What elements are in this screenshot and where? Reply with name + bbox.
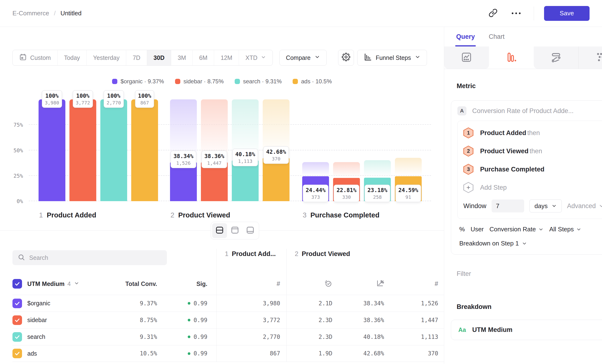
chevron-down-icon (599, 203, 602, 209)
window-unit-select[interactable]: days (529, 200, 562, 212)
query-step-1[interactable]: 1 Product Added then (463, 124, 602, 142)
link-icon (488, 8, 498, 18)
range-button-30d[interactable]: 30D (147, 50, 171, 65)
step-axis-label-1: 1Product Added (39, 211, 96, 219)
bar-pct-label: 40.18% (235, 151, 255, 158)
chevron-down-icon (261, 54, 266, 61)
compare-label: Compare (286, 54, 311, 61)
funnel-bar-search-step2[interactable] (232, 160, 259, 201)
row-checkbox[interactable] (12, 299, 22, 308)
row-checkbox[interactable] (12, 349, 22, 358)
measure-scope-dropdown[interactable]: All Steps (549, 225, 582, 233)
legend-item-organic[interactable]: $organic · 9.37% (112, 78, 164, 85)
more-menu-button[interactable] (509, 7, 523, 20)
group-column-name[interactable]: UTM Medium (27, 280, 65, 287)
row-step2-time: 1.9D (286, 345, 338, 362)
search-input[interactable] (29, 254, 162, 261)
query-step-2[interactable]: 2 Product Viewed then (463, 142, 602, 160)
breakdown-on-step-label: Breakdown on Step 1 (459, 240, 519, 247)
select-all-checkbox[interactable] (12, 279, 22, 289)
filter-label: Filter (457, 270, 471, 278)
funnel-bar-ads-step1[interactable] (131, 99, 158, 201)
bar-value-label: 100%2,770 (104, 90, 124, 108)
legend-label: $organic · 9.37% (120, 78, 164, 85)
funnel-steps-icon (364, 53, 372, 63)
breadcrumb-workspace[interactable]: E-Commerce (12, 10, 49, 17)
chart-type-tab-flow-paths[interactable] (534, 46, 579, 69)
measure-metric-dropdown[interactable]: Conversion Rate (489, 225, 544, 233)
add-filter-button[interactable] (601, 268, 602, 279)
sig-column-header: Sig. (157, 273, 216, 295)
conversion-window-row: Window days Advanced (463, 197, 602, 216)
range-button-xtd[interactable]: XTD (239, 50, 272, 65)
funnel-bars-icon (506, 52, 517, 64)
range-button-yesterday[interactable]: Yesterday (86, 50, 126, 65)
step-number: 3 (303, 211, 307, 219)
breadcrumb-title[interactable]: Untitled (60, 10, 81, 17)
query-step-3[interactable]: 3 Purchase Completed (463, 160, 602, 178)
range-button-6m[interactable]: 6M (193, 50, 214, 65)
tab-chart[interactable]: Chart (489, 27, 505, 46)
range-button-7d[interactable]: 7D (126, 50, 147, 65)
view-toggle-3[interactable] (243, 223, 258, 238)
legend-swatch-icon (112, 79, 117, 84)
tab-query[interactable]: Query (456, 27, 475, 46)
bar-pct-label: 38.36% (204, 152, 224, 160)
row-step2-rate: 38.36% (338, 311, 390, 328)
breakdown-on-step-dropdown[interactable]: Breakdown on Step 1 (457, 240, 602, 248)
view-toggle-2[interactable] (227, 223, 242, 238)
metric-summary-row[interactable]: A Conversion Rate of Product Adde... (457, 106, 602, 115)
chart-type-tab-scatter-dots[interactable] (578, 46, 602, 69)
legend-item-sidebar[interactable]: sidebar · 8.75% (175, 78, 224, 85)
bar-pct-label: 22.81% (336, 187, 356, 194)
chart-type-picker-button[interactable]: Funnel Steps (357, 50, 427, 66)
advanced-toggle[interactable]: Advanced (567, 202, 602, 210)
row-label: $organic (27, 300, 50, 307)
legend-swatch-icon (235, 79, 240, 84)
date-range-segmented-control: CustomTodayYesterday7D30D3M6M12MXTD (12, 50, 273, 66)
funnel-bar-sidebar-step1[interactable] (69, 99, 96, 201)
share-link-button[interactable] (486, 7, 500, 20)
add-step-button[interactable]: + Add Step (463, 178, 602, 197)
row-checkbox[interactable] (12, 315, 22, 325)
table-search[interactable] (12, 250, 167, 265)
compare-button[interactable]: Compare (280, 50, 327, 66)
scatter-dots-icon (595, 52, 602, 64)
legend-item-ads[interactable]: ads · 10.5% (293, 78, 332, 85)
legend-item-search[interactable]: search · 9.31% (235, 78, 282, 85)
chart-settings-button[interactable] (338, 50, 354, 66)
bar-value-label: 22.81%330 (333, 185, 359, 202)
metric-title: Conversion Rate of Product Adde... (472, 107, 573, 115)
ellipsis-icon (512, 12, 521, 14)
breakdown-property-card[interactable]: Aa UTM Medium (451, 320, 602, 340)
chevron-down-icon[interactable] (74, 281, 79, 287)
chart-type-tab-funnel-bars[interactable] (489, 46, 534, 69)
range-button-12m[interactable]: 12M (214, 50, 239, 65)
funnel-bar-search-step1[interactable] (100, 99, 127, 201)
step-number: 1 (39, 211, 43, 219)
funnel-bar-organic-step1[interactable] (39, 99, 65, 201)
filter-section: Filter (457, 268, 602, 279)
row-checkbox[interactable] (12, 332, 22, 342)
window-value-input[interactable] (492, 200, 524, 212)
row-step2-time: 2.3D (286, 328, 338, 345)
measure-user[interactable]: User (471, 225, 484, 233)
chart-table-divider (0, 230, 444, 231)
save-button[interactable]: Save (544, 6, 590, 21)
range-button-3m[interactable]: 3M (171, 50, 193, 65)
range-button-today[interactable]: Today (57, 50, 86, 65)
step-axis-label-2: 2Product Viewed (171, 211, 230, 219)
bar-pct-label: 100% (76, 92, 90, 100)
panel-tabs: Query Chart (444, 27, 602, 46)
funnel-bar-ads-step2[interactable] (263, 158, 290, 201)
bar-pct-label: 100% (138, 92, 151, 100)
step-suffix: then (530, 148, 542, 155)
sig-dot-icon (188, 302, 190, 305)
bar-count-label: 258 (367, 194, 387, 200)
step2-subheader-1 (286, 273, 338, 295)
add-breakdown-button[interactable] (601, 301, 602, 312)
range-button-custom[interactable]: Custom (13, 50, 57, 65)
view-toggle-1[interactable] (212, 223, 227, 238)
y-axis-tick-label: 75% (0, 122, 23, 128)
chart-type-tab-line-chart[interactable] (444, 46, 489, 69)
